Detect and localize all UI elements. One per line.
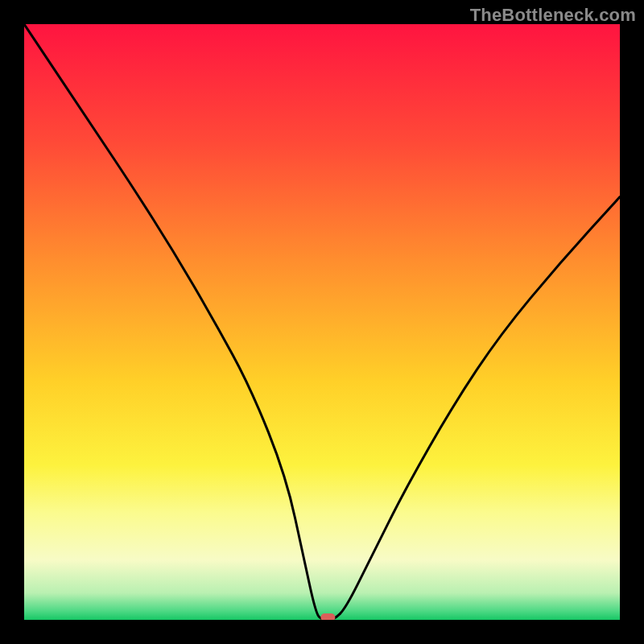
gradient-background xyxy=(24,24,620,620)
plot-area xyxy=(24,24,620,620)
bottleneck-chart xyxy=(24,24,620,620)
chart-frame: TheBottleneck.com xyxy=(0,0,644,644)
watermark-text: TheBottleneck.com xyxy=(470,5,636,26)
optimum-marker xyxy=(320,613,335,620)
